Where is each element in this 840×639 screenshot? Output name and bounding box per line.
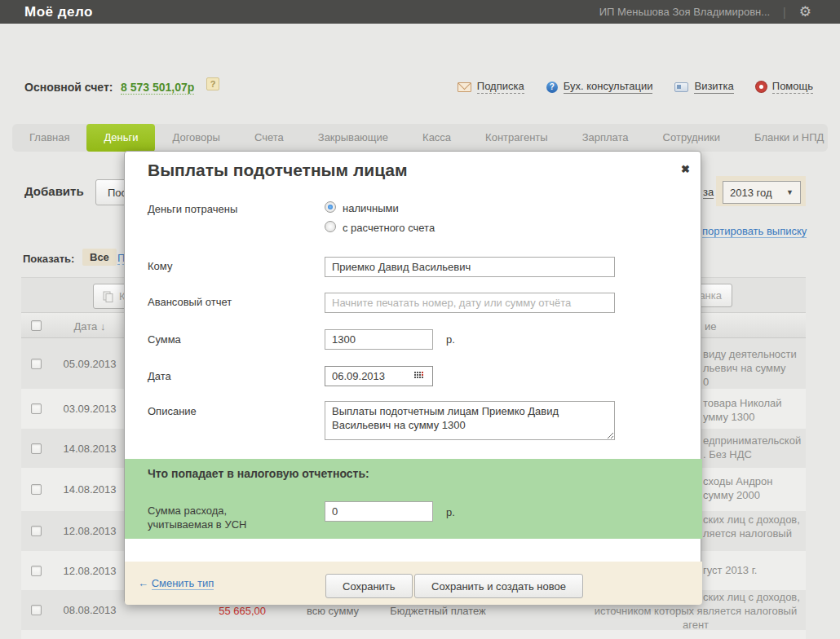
row-checkbox[interactable] [31,526,42,536]
usn-expense-input[interactable] [325,501,433,522]
header-links: Подписка ? Бух. консультации Визитка Пом… [458,80,813,94]
tab-scheta[interactable]: Счета [237,124,301,152]
description-column-header-fragment: ие [705,320,717,333]
app-screen: Моё дело ИП Меньшова Зоя Владимировн... … [0,0,840,639]
copy-icon [103,291,113,302]
sum-label: Сумма [148,333,181,346]
subscription-link[interactable]: Подписка [458,80,524,94]
date-label: Дата [148,370,171,382]
period-link-fragment[interactable]: за [703,186,714,199]
row-description-line: агент [585,619,807,631]
radio-cash-label[interactable]: наличными [343,202,399,214]
currency-label: р. [446,333,455,346]
description-label: Описание [148,405,197,417]
topbar-divider: | [783,6,786,19]
description-textarea[interactable]: Выплаты подотчетным лицам Приемко Давид … [325,401,615,440]
tab-glavnaya[interactable]: Главная [12,124,86,152]
row-type: Бюджетный платеж [373,605,503,617]
modal-footer: ← Сменить тип Сохранить Сохранить и созд… [125,562,702,605]
row-date: 12.08.2013 [49,525,130,537]
tax-section-title: Что попадает в налоговую отчетность: [148,467,369,480]
balance-help-icon[interactable]: ? [206,77,219,90]
row-date: 03.09.2013 [49,403,130,415]
help-label: Помощь [772,80,813,94]
table-row[interactable] [21,630,806,639]
radio-bank-account-label[interactable]: с расчетного счета [343,222,435,234]
row-description-fragment: едпринимательской . Без НДС [703,434,801,461]
tab-sotrudniki[interactable]: Сотрудники [646,124,737,152]
to-whom-input[interactable] [325,257,615,277]
tab-kontragenty[interactable]: Контрагенты [468,124,565,152]
question-icon: ? [546,82,558,93]
row-sum: 55 665,00 [168,605,266,617]
show-all-filter[interactable]: Все [82,249,117,266]
row-checkbox[interactable] [31,359,42,369]
usn-currency-label: р. [446,506,455,518]
row-date: 08.08.2013 [49,604,130,616]
date-input[interactable] [325,366,433,386]
row-checkbox[interactable] [31,403,42,414]
main-nav: Главная Деньги Договоры Счета Закрывающи… [12,124,828,152]
row-description-fragment: ских лиц с доходов, ляется налоговый [703,513,800,540]
tab-blanki[interactable]: Бланки и НПД [737,124,840,152]
year-select[interactable]: 2013 год ▼ [723,181,801,204]
envelope-icon [458,82,471,92]
row-description-fragment: товара Николай умму 1300 [703,396,782,424]
row-description-fragment: виду деятельности льевич на сумму 0 [703,347,797,389]
business-card-link[interactable]: Визитка [674,80,733,94]
import-statement-link[interactable]: портировать выписку [702,225,807,238]
usn-expense-label: Сумма расхода, учитываемая в УСН [148,504,246,531]
chevron-down-icon: ▼ [786,188,794,196]
radio-cash[interactable] [325,201,336,213]
row-date: 05.09.2013 [49,358,130,370]
row-usn: всю сумму [292,605,374,617]
lifebuoy-icon [756,82,767,92]
modal-title: Выплаты подотчетным лицам [148,161,408,180]
help-link[interactable]: Помощь [756,80,813,94]
subscription-label: Подписка [477,80,524,94]
app-logo: Моё дело [24,4,93,20]
row-description-fragment: сходы Андрон сумму 2000 [703,474,772,502]
date-column-header[interactable]: Дата ↓ [49,320,130,333]
row-date: 14.08.2013 [49,443,130,455]
business-card-label: Визитка [694,80,733,94]
tab-zarplata[interactable]: Зарплата [565,124,646,152]
row-checkbox[interactable] [31,484,42,495]
row-description-fragment: густ 2013 г. [703,563,757,577]
advance-report-input[interactable] [325,293,615,313]
save-button[interactable]: Сохранить [325,574,413,598]
to-whom-label: Кому [148,260,172,272]
change-type-link[interactable]: ← Сменить тип [138,577,214,589]
gear-icon[interactable]: ⚙ [799,5,811,19]
close-icon[interactable]: ✖ [681,163,690,175]
tab-kassa[interactable]: Касса [405,124,468,152]
left-arrow-icon: ← [138,577,148,589]
row-checkbox[interactable] [31,566,42,576]
current-user[interactable]: ИП Меньшова Зоя Владимировн... [599,6,770,18]
tab-dengi[interactable]: Деньги [86,124,155,152]
row-checkbox[interactable] [31,605,42,615]
main-account-balance-link[interactable]: 8 573 501,07р [121,81,194,95]
sum-input[interactable] [325,329,433,350]
row-description-line: источником которых является налоговый [585,605,807,617]
select-all-checkbox[interactable] [31,320,42,331]
advance-report-label: Авансовый отчет [148,296,232,308]
save-and-new-button[interactable]: Сохранить и создать новое [414,574,583,598]
row-date: 12.08.2013 [49,565,130,577]
consultations-link[interactable]: ? Бух. консультации [546,80,653,94]
year-select-value: 2013 год [730,187,772,199]
tab-zakryvayushchie[interactable]: Закрывающие [301,124,405,152]
add-label: Добавить [24,184,84,198]
consultations-label: Бух. консультации [564,80,653,94]
row-date: 14.08.2013 [49,483,130,496]
row-description-fragment: ских лиц с доходов, [703,590,800,604]
main-account-label: Основной счет: [24,81,113,94]
radio-bank-account[interactable] [325,221,336,232]
topbar: Моё дело ИП Меньшова Зоя Владимировн... … [0,0,840,24]
show-filter-label: Показать: [23,253,74,265]
tax-section: Что попадает в налоговую отчетность: Сум… [125,459,702,539]
spent-label: Деньги потрачены [148,203,237,215]
card-icon [674,82,688,92]
row-checkbox[interactable] [31,443,42,454]
tab-dogovory[interactable]: Договоры [155,124,237,152]
